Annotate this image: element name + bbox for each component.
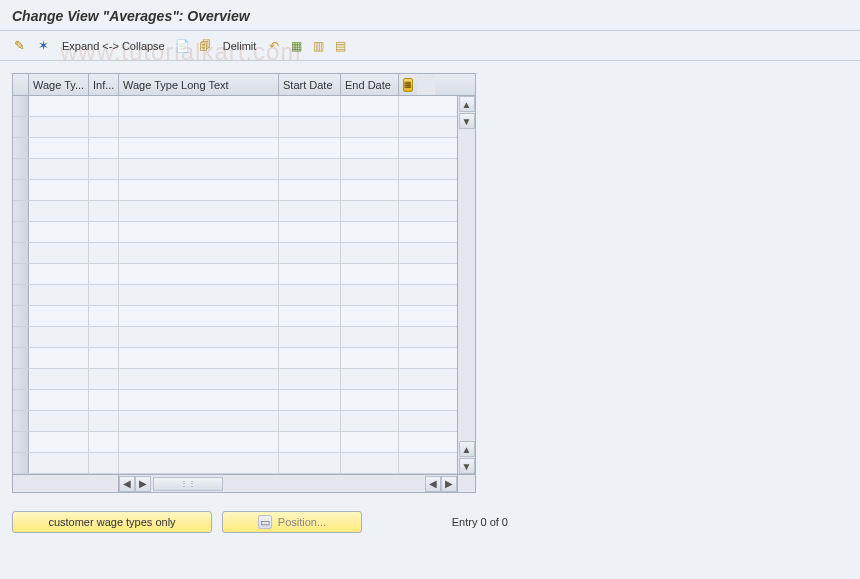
- table-row[interactable]: [13, 138, 457, 159]
- row-selector[interactable]: [13, 411, 29, 431]
- scroll-left-step-icon[interactable]: ◀: [425, 476, 441, 492]
- content-area: Wage Ty... Inf... Wage Type Long Text St…: [0, 61, 860, 545]
- column-end-date[interactable]: End Date: [341, 74, 399, 95]
- table-row[interactable]: [13, 243, 457, 264]
- position-icon: ▭: [258, 515, 272, 529]
- scroll-right-step-icon[interactable]: ▶: [135, 476, 151, 492]
- table-row[interactable]: [13, 222, 457, 243]
- row-selector[interactable]: [13, 453, 29, 473]
- position-label: Position...: [278, 516, 326, 528]
- table-rows: [13, 96, 457, 474]
- table-row[interactable]: [13, 390, 457, 411]
- table-settings-icon[interactable]: ▦: [403, 78, 413, 92]
- column-long-text[interactable]: Wage Type Long Text: [119, 74, 279, 95]
- row-selector[interactable]: [13, 243, 29, 263]
- row-selector[interactable]: [13, 201, 29, 221]
- other-view-icon[interactable]: ✶: [34, 37, 52, 55]
- new-entries-icon[interactable]: 📄: [175, 38, 191, 54]
- table-row[interactable]: [13, 432, 457, 453]
- row-selector[interactable]: [13, 432, 29, 452]
- column-selector[interactable]: [13, 74, 29, 95]
- row-selector[interactable]: [13, 222, 29, 242]
- table-row[interactable]: [13, 327, 457, 348]
- select-all-icon[interactable]: ▦: [288, 38, 304, 54]
- customer-wage-types-button[interactable]: customer wage types only: [12, 511, 212, 533]
- data-table: Wage Ty... Inf... Wage Type Long Text St…: [12, 73, 476, 493]
- row-selector[interactable]: [13, 138, 29, 158]
- bottom-bar: customer wage types only ▭ Position... E…: [12, 511, 848, 533]
- toolbar: ✎ ✶ Expand <-> Collapse 📄 🗐 Delimit ↶ ▦ …: [0, 31, 860, 61]
- hscroll-corner: [457, 475, 475, 492]
- select-block-icon[interactable]: ▥: [310, 38, 326, 54]
- table-row[interactable]: [13, 348, 457, 369]
- scroll-up-icon[interactable]: ▲: [459, 96, 475, 112]
- column-inf[interactable]: Inf...: [89, 74, 119, 95]
- scroll-down-icon[interactable]: ▼: [459, 458, 475, 474]
- expand-collapse-button[interactable]: Expand <-> Collapse: [58, 40, 169, 52]
- table-row[interactable]: [13, 117, 457, 138]
- row-selector[interactable]: [13, 390, 29, 410]
- table-row[interactable]: [13, 369, 457, 390]
- column-start-date[interactable]: Start Date: [279, 74, 341, 95]
- table-row[interactable]: [13, 285, 457, 306]
- scroll-thumb[interactable]: ⋮⋮: [153, 477, 223, 491]
- scroll-up-step-icon[interactable]: ▲: [459, 441, 475, 457]
- row-selector[interactable]: [13, 264, 29, 284]
- table-header-row: Wage Ty... Inf... Wage Type Long Text St…: [13, 74, 475, 96]
- display-change-icon[interactable]: ✎: [10, 37, 28, 55]
- row-selector[interactable]: [13, 369, 29, 389]
- row-selector[interactable]: [13, 96, 29, 116]
- table-row[interactable]: [13, 264, 457, 285]
- row-selector[interactable]: [13, 117, 29, 137]
- delimit-button[interactable]: Delimit: [219, 40, 261, 52]
- column-wage-type[interactable]: Wage Ty...: [29, 74, 89, 95]
- table-row[interactable]: [13, 411, 457, 432]
- table-row[interactable]: [13, 159, 457, 180]
- hscroll-spacer: [13, 475, 119, 492]
- table-row[interactable]: [13, 201, 457, 222]
- row-selector[interactable]: [13, 285, 29, 305]
- deselect-all-icon[interactable]: ▤: [332, 38, 348, 54]
- scroll-down-step-icon[interactable]: ▼: [459, 113, 475, 129]
- column-vscroll-header: [417, 74, 435, 95]
- position-button[interactable]: ▭ Position...: [222, 511, 362, 533]
- table-row[interactable]: [13, 180, 457, 201]
- row-selector[interactable]: [13, 348, 29, 368]
- row-selector[interactable]: [13, 159, 29, 179]
- table-row[interactable]: [13, 453, 457, 474]
- scroll-right-icon[interactable]: ▶: [441, 476, 457, 492]
- scroll-left-icon[interactable]: ◀: [119, 476, 135, 492]
- copy-icon[interactable]: 🗐: [197, 38, 213, 54]
- title-bar: Change View "Averages": Overview: [0, 0, 860, 31]
- undo-icon[interactable]: ↶: [266, 38, 282, 54]
- row-selector[interactable]: [13, 180, 29, 200]
- table-body: ▲ ▼ ▲ ▼: [13, 96, 475, 474]
- page-title: Change View "Averages": Overview: [12, 8, 848, 24]
- row-selector[interactable]: [13, 306, 29, 326]
- horizontal-scrollbar[interactable]: ◀ ▶ ⋮⋮ ◀ ▶: [13, 474, 475, 492]
- vertical-scrollbar[interactable]: ▲ ▼ ▲ ▼: [457, 96, 475, 474]
- column-config[interactable]: ▦: [399, 74, 417, 95]
- table-row[interactable]: [13, 306, 457, 327]
- row-selector[interactable]: [13, 327, 29, 347]
- hscroll-track: ◀ ▶ ⋮⋮ ◀ ▶: [119, 475, 457, 492]
- table-row[interactable]: [13, 96, 457, 117]
- entry-status: Entry 0 of 0: [452, 516, 508, 528]
